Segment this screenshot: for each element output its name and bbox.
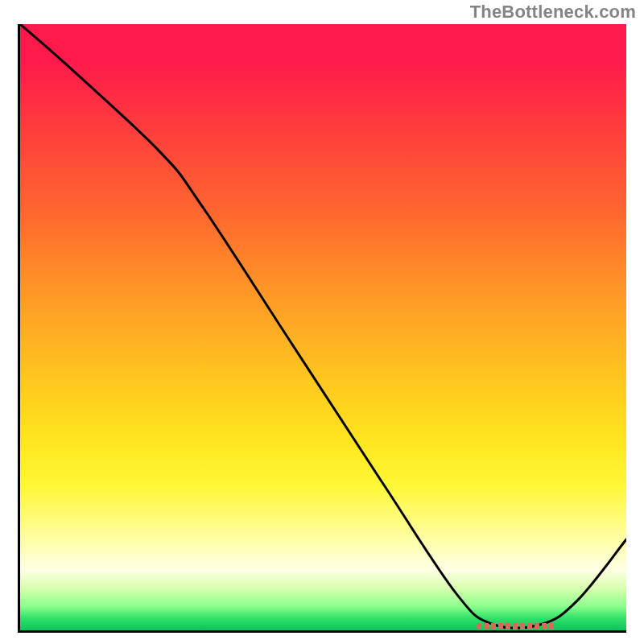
valley-marker [477, 623, 555, 630]
plot-area [18, 24, 626, 633]
watermark-text: TheBottleneck.com [470, 2, 636, 23]
chart-canvas: TheBottleneck.com [0, 0, 644, 644]
bottleneck-curve [20, 24, 626, 630]
